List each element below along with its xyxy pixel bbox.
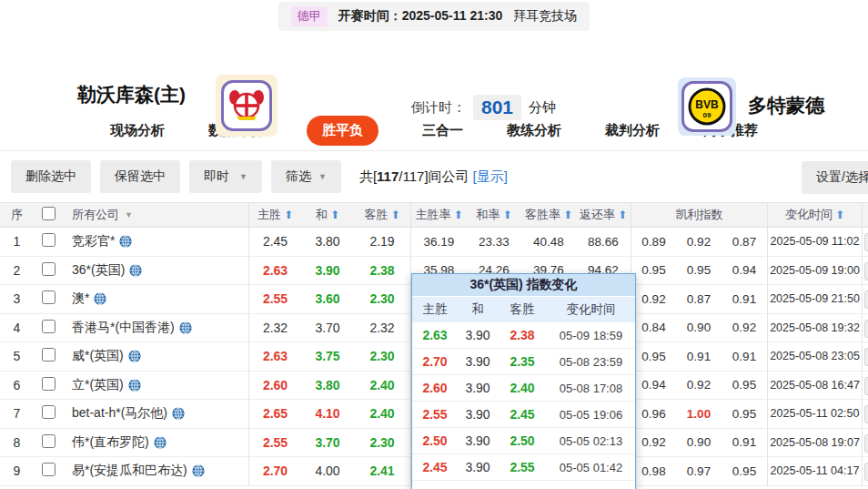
change-time: 2025-05-08 19:07 — [767, 429, 862, 457]
instant-dropdown[interactable]: 即时 ▼ — [189, 160, 262, 193]
kelly-home: 0.94 — [631, 372, 676, 400]
row-checkbox-cell[interactable] — [34, 405, 63, 422]
away-odds: 2.30 — [354, 349, 410, 363]
row-checkbox[interactable] — [42, 405, 56, 419]
away-odds: 2.32 — [354, 321, 410, 335]
row-index: 5 — [0, 349, 34, 363]
kelly-draw: 0.92 — [676, 235, 722, 249]
company-name[interactable]: 易*(安提瓜和巴布达) — [63, 463, 248, 479]
company-name[interactable]: 香港马*(中国香港) — [63, 320, 248, 336]
header-away-rate[interactable]: 客胜率⬆ — [521, 207, 576, 223]
header-draw-rate[interactable]: 和率⬆ — [467, 207, 521, 223]
row-index: 1 — [0, 234, 34, 249]
row-checkbox-cell[interactable] — [34, 463, 63, 479]
sort-asc-icon: ⬆ — [453, 209, 462, 221]
row-checkbox[interactable] — [42, 434, 56, 448]
header-actions-sliver — [862, 203, 868, 227]
kelly-draw: 0.90 — [676, 435, 722, 449]
home-team-logo — [216, 75, 278, 137]
match-info-pill: 德甲 开赛时间：2025-05-11 21:30 拜耳竞技场 — [278, 2, 590, 31]
row-checkbox-cell[interactable] — [34, 290, 63, 307]
company-count: 共[117/117]间公司[显示] — [359, 168, 508, 186]
company-name[interactable]: 36*(英国) — [63, 262, 248, 279]
away-odds: 2.40 — [354, 406, 410, 421]
row-checkbox[interactable] — [42, 320, 56, 333]
row-action-button[interactable] — [864, 377, 868, 395]
header-payout-rate[interactable]: 返还率⬆ — [576, 207, 631, 223]
row-checkbox[interactable] — [42, 377, 56, 391]
header-change-time[interactable]: 变化时间⬆ — [767, 203, 862, 227]
row-checkbox[interactable] — [42, 348, 56, 362]
show-link[interactable]: [显示] — [473, 168, 508, 184]
row-action-button[interactable] — [864, 405, 868, 423]
kelly-draw: 0.92 — [676, 378, 722, 392]
popup-row: 2.60 3.90 2.40 05-08 17:08 — [412, 374, 635, 401]
header-away-odds[interactable]: 客胜⬆ — [354, 207, 410, 223]
kelly-home: 0.95 — [631, 257, 676, 285]
row-action-button[interactable] — [864, 233, 868, 251]
popup-header-draw: 和 — [458, 301, 498, 318]
nav-tab[interactable]: 胜平负 — [307, 116, 378, 146]
change-time: 2025-05-08 19:32 — [767, 314, 862, 342]
league-badge: 德甲 — [291, 6, 328, 26]
row-action-button[interactable] — [864, 290, 868, 309]
company-name[interactable]: bet-at-h*(马尔他) — [63, 405, 248, 422]
row-index: 2 — [0, 263, 34, 278]
popup-change-time: 05-05 02:13 — [547, 434, 635, 448]
row-actions-sliver — [862, 372, 868, 400]
kelly-home: 0.98 — [631, 457, 676, 485]
row-actions-sliver — [862, 342, 868, 371]
kelly-draw: 0.95 — [676, 263, 722, 277]
row-action-button[interactable] — [864, 463, 868, 481]
header-draw-odds[interactable]: 和⬆ — [301, 207, 354, 223]
header-select-all-checkbox[interactable] — [34, 207, 63, 223]
nav-tab[interactable]: 三合一 — [422, 122, 463, 139]
row-checkbox-cell[interactable] — [34, 262, 63, 279]
popup-change-time: 05-09 18:59 — [547, 329, 635, 342]
header-home-rate[interactable]: 主胜率⬆ — [410, 203, 467, 227]
row-checkbox[interactable] — [42, 463, 56, 476]
row-action-button[interactable] — [864, 434, 868, 453]
company-name[interactable]: 竞彩官* — [63, 233, 248, 250]
row-action-button[interactable] — [864, 262, 868, 280]
delete-selected-button[interactable]: 删除选中 — [11, 160, 91, 193]
nav-tab[interactable]: 裁判分析 — [605, 122, 660, 139]
row-checkbox[interactable] — [42, 233, 56, 247]
kelly-away: 0.95 — [722, 407, 767, 421]
draw-odds: 3.70 — [301, 321, 354, 335]
row-checkbox-cell[interactable] — [34, 233, 63, 250]
header-company[interactable]: 所有公司▼ — [63, 207, 248, 223]
settings-button[interactable]: 设置/选择 — [802, 161, 868, 194]
nav-tab[interactable]: 教练分析 — [507, 122, 561, 139]
company-name[interactable]: 澳* — [63, 290, 248, 307]
company-name[interactable]: 威*(英国) — [63, 348, 248, 364]
row-checkbox-cell[interactable] — [34, 434, 63, 451]
row-checkbox[interactable] — [42, 262, 56, 276]
company-label: 36*(英国) — [72, 262, 125, 279]
row-checkbox-cell[interactable] — [34, 348, 63, 364]
row-action-button[interactable] — [864, 348, 868, 366]
row-checkbox-cell[interactable] — [34, 377, 63, 393]
away-odds: 2.30 — [354, 291, 410, 306]
chevron-down-icon: ▼ — [239, 172, 247, 181]
popup-home-odds: 2.55 — [412, 407, 458, 422]
keep-selected-button[interactable]: 保留选中 — [100, 160, 180, 193]
draw-odds: 3.60 — [301, 291, 354, 306]
company-name[interactable]: 立*(英国) — [63, 377, 248, 393]
filter-dropdown[interactable]: 筛选 ▼ — [271, 160, 341, 193]
company-name[interactable]: 伟*(直布罗陀) — [63, 434, 248, 451]
popup-row: 2.45 3.90 2.55 05-05 01:42 — [412, 453, 635, 480]
row-index: 4 — [0, 321, 34, 335]
kelly-draw: 0.97 — [676, 464, 722, 478]
nav-tab[interactable]: 现场分析 — [110, 122, 165, 139]
row-checkbox-cell[interactable] — [34, 320, 63, 336]
header-home-odds[interactable]: 主胜⬆ — [248, 203, 301, 227]
draw-odds: 4.00 — [301, 464, 354, 478]
popup-body: 2.63 3.90 2.38 05-09 18:59 2.70 3.90 2.3… — [412, 321, 635, 489]
select-all-checkbox[interactable] — [42, 207, 56, 220]
kelly-away: 0.91 — [722, 350, 767, 363]
row-checkbox[interactable] — [42, 290, 56, 304]
row-action-button[interactable] — [864, 320, 868, 338]
home-odds: 2.63 — [248, 257, 301, 285]
page: 德甲 开赛时间：2025-05-11 21:30 拜耳竞技场 勒沃库森(主) 倒… — [0, 0, 868, 489]
